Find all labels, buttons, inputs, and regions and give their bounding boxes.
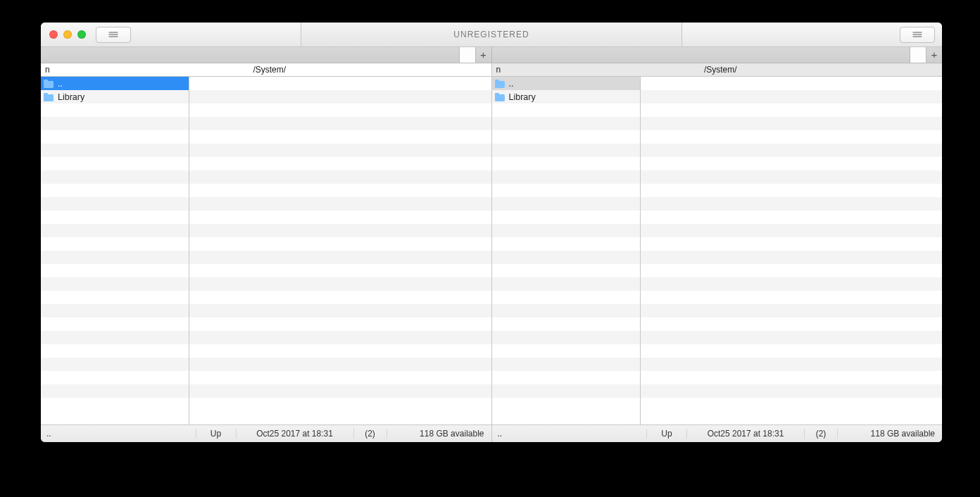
empty-row	[189, 130, 491, 144]
empty-row	[492, 398, 640, 411]
empty-row	[189, 90, 491, 103]
empty-row	[189, 224, 491, 237]
empty-row	[492, 117, 640, 130]
title-area: UNREGISTERED	[41, 23, 942, 46]
right-path-header[interactable]: n /System/	[491, 63, 943, 76]
right-sort-indicator: n	[496, 65, 503, 75]
empty-row	[189, 331, 491, 344]
svg-rect-11	[495, 80, 499, 82]
empty-row	[641, 77, 943, 90]
empty-row	[41, 291, 189, 304]
empty-row	[641, 184, 943, 197]
empty-row	[492, 304, 640, 317]
empty-row	[641, 277, 943, 291]
empty-row	[641, 90, 943, 103]
list-item[interactable]: Library	[492, 90, 640, 103]
empty-row	[41, 144, 189, 157]
empty-row	[641, 144, 943, 157]
left-status: .. Up Oct25 2017 at 18:31 (2) 118 GB ava…	[41, 425, 491, 442]
empty-row	[492, 157, 640, 170]
left-tab-spacer	[41, 47, 459, 63]
empty-row	[189, 237, 491, 251]
status-up: Up	[196, 429, 236, 439]
empty-row	[41, 344, 189, 358]
empty-row	[492, 144, 640, 157]
empty-row	[641, 371, 943, 384]
empty-row	[492, 130, 640, 144]
path-header-row: n /System/ n /System/	[41, 63, 942, 77]
empty-row	[492, 317, 640, 331]
left-path: /System/	[52, 65, 487, 75]
empty-row	[492, 358, 640, 371]
fullscreen-window-button[interactable]	[77, 30, 86, 39]
empty-row	[492, 210, 640, 224]
right-add-tab[interactable]	[926, 47, 942, 63]
empty-row	[41, 331, 189, 344]
list-item[interactable]: ..	[41, 77, 189, 90]
empty-row	[189, 184, 491, 197]
status-bar: .. Up Oct25 2017 at 18:31 (2) 118 GB ava…	[41, 424, 942, 442]
left-layout-button[interactable]	[96, 27, 131, 43]
minimize-window-button[interactable]	[63, 30, 72, 39]
right-file-list: .. Library	[492, 77, 943, 424]
left-name-column: .. Library	[41, 77, 189, 424]
empty-row	[189, 358, 491, 371]
right-name-column: .. Library	[492, 77, 641, 424]
close-window-button[interactable]	[49, 30, 58, 39]
empty-row	[492, 344, 640, 358]
status-free-space: 118 GB available	[837, 429, 942, 439]
folder-icon	[44, 93, 54, 101]
status-selected-name: ..	[41, 429, 196, 439]
desktop: UNREGISTERED	[0, 0, 980, 497]
empty-row	[641, 304, 943, 317]
empty-row	[41, 117, 189, 130]
window-controls	[49, 30, 86, 39]
empty-row	[492, 170, 640, 184]
titlebar: UNREGISTERED	[41, 23, 942, 47]
empty-row	[41, 264, 189, 277]
list-item[interactable]: ..	[492, 77, 640, 90]
status-selected-name: ..	[492, 429, 647, 439]
empty-row	[641, 170, 943, 184]
empty-row	[189, 317, 491, 331]
right-layout-button[interactable]	[900, 27, 935, 43]
empty-row	[189, 398, 491, 411]
empty-row	[189, 210, 491, 224]
empty-row	[492, 291, 640, 304]
empty-row	[492, 197, 640, 210]
plus-icon	[480, 49, 486, 61]
empty-row	[41, 210, 189, 224]
svg-rect-13	[495, 93, 499, 96]
empty-row	[41, 237, 189, 251]
empty-row	[492, 331, 640, 344]
right-tab-spacer	[492, 47, 910, 63]
left-pane[interactable]: .. Library	[41, 77, 491, 424]
empty-row	[189, 291, 491, 304]
empty-row	[189, 103, 491, 117]
empty-row	[641, 264, 943, 277]
right-details-column	[641, 77, 943, 424]
empty-row	[41, 103, 189, 117]
empty-row	[189, 117, 491, 130]
empty-row	[641, 237, 943, 251]
list-item[interactable]: Library	[41, 90, 189, 103]
right-active-tab[interactable]	[910, 47, 926, 63]
empty-row	[641, 117, 943, 130]
left-path-header[interactable]: n /System/	[41, 63, 491, 76]
empty-row	[41, 157, 189, 170]
svg-rect-7	[44, 80, 48, 82]
empty-row	[41, 251, 189, 264]
empty-row	[41, 384, 189, 398]
left-active-tab[interactable]	[459, 47, 476, 63]
empty-row	[641, 197, 943, 210]
app-window: UNREGISTERED	[41, 23, 942, 442]
left-add-tab[interactable]	[476, 47, 491, 63]
empty-row	[41, 184, 189, 197]
empty-row	[641, 317, 943, 331]
empty-row	[189, 77, 491, 90]
right-pane[interactable]: .. Library	[491, 77, 943, 424]
list-icon	[911, 31, 924, 38]
empty-row	[189, 251, 491, 264]
empty-row	[641, 398, 943, 411]
empty-row	[41, 224, 189, 237]
